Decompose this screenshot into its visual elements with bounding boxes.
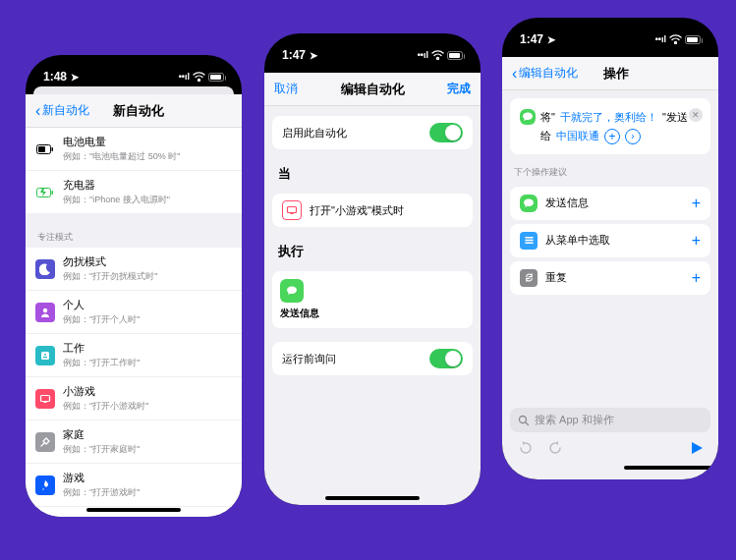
notch	[558, 18, 662, 37]
row-home[interactable]: 家庭 例如："打开家庭时"	[26, 420, 242, 464]
repeat-icon	[520, 269, 538, 287]
row-title: 运行前询问	[282, 352, 429, 366]
nav-done[interactable]: 完成	[447, 81, 471, 97]
row-dnd[interactable]: 勿扰模式 例如："打开勿扰模式时"	[26, 248, 242, 291]
row-sub: 例如："iPhone 接入电源时"	[63, 194, 232, 206]
screen-content: 取消 编辑自动化 完成 启用此自动化 当 打开"小游戏"模式时	[264, 73, 481, 505]
notch	[320, 33, 425, 53]
phone-1: 1:48 ➤ ••ıl ‹ 新自动化 新自动化	[26, 55, 242, 517]
row-sub: 例如："打开工作时"	[63, 357, 232, 369]
nav-title: 编辑自动化	[341, 81, 405, 98]
svg-rect-12	[291, 213, 294, 214]
svg-rect-4	[52, 191, 54, 195]
svg-rect-10	[44, 402, 47, 403]
row-title: 勿扰模式	[63, 254, 232, 269]
row-work[interactable]: 工作 例如："打开工作时"	[26, 334, 242, 377]
remove-action-button[interactable]: ✕	[689, 108, 703, 122]
location-icon: ➤	[310, 50, 317, 61]
row-sub: 例如："打开小游戏时"	[63, 400, 232, 413]
svg-point-13	[520, 416, 527, 422]
notch	[82, 55, 186, 75]
nav-back-label: 编辑自动化	[519, 65, 578, 82]
row-title: 家庭	[63, 427, 232, 442]
row-sub: 例如："打开个人时"	[63, 313, 232, 326]
badge-icon	[35, 346, 55, 365]
phone-3: 1:47 ➤ ••ıl ‹ 编辑自动化 操作 ✕ 将"干就完了，奥利给！"发送	[502, 18, 718, 479]
row-when-condition[interactable]: 打开"小游戏"模式时	[272, 194, 473, 227]
svg-rect-8	[43, 357, 47, 358]
wifi-icon	[431, 50, 444, 60]
home-indicator[interactable]	[325, 496, 420, 500]
menu-icon	[520, 232, 538, 250]
add-suggestion-button[interactable]: +	[692, 269, 701, 287]
svg-point-7	[44, 354, 46, 356]
status-time: 1:47	[282, 48, 306, 62]
display-icon	[35, 389, 55, 409]
wifi-icon	[193, 72, 205, 82]
row-ask-before-run[interactable]: 运行前询问	[272, 342, 473, 375]
tools-icon	[35, 432, 55, 452]
row-charger[interactable]: 充电器 例如："iPhone 接入电源时"	[26, 171, 242, 213]
battery-icon	[208, 73, 224, 82]
location-icon: ➤	[547, 34, 555, 45]
svg-rect-2	[52, 147, 54, 151]
card-message-link[interactable]: 干就完了，奥利给！	[560, 108, 657, 127]
play-button[interactable]	[689, 440, 705, 456]
suggestion-label: 重复	[545, 270, 692, 285]
svg-rect-11	[288, 207, 297, 213]
location-icon: ➤	[71, 72, 79, 83]
row-sub: 例如："打开家庭时"	[63, 443, 232, 456]
row-mini-game[interactable]: 小游戏 例如："打开小游戏时"	[26, 377, 242, 420]
card-recipient-link[interactable]: 中国联通	[556, 129, 599, 143]
add-suggestion-button[interactable]: +	[692, 232, 701, 250]
card-text-mid: "发送	[662, 108, 688, 127]
battery-icon	[447, 51, 463, 60]
row-title: 游戏	[63, 471, 232, 485]
nav-done-label: 完成	[447, 81, 471, 97]
row-title: 小游戏	[63, 384, 232, 399]
row-title: 充电器	[63, 178, 232, 193]
redo-button[interactable]	[549, 440, 565, 456]
row-battery-level[interactable]: 电池电量 例如："电池电量超过 50% 时"	[26, 128, 242, 171]
nav-cancel[interactable]: 取消	[274, 81, 298, 97]
nav-title: 操作	[603, 65, 629, 83]
screen-content: ‹ 新自动化 新自动化 电池电量 例如："电池电量超过 50% 时"	[26, 94, 242, 517]
suggestion-choose-menu[interactable]: 从菜单中选取 +	[510, 224, 710, 257]
nav-back[interactable]: ‹ 新自动化	[35, 102, 89, 119]
row-personal[interactable]: 个人 例如："打开个人时"	[26, 291, 242, 334]
display-icon	[282, 200, 302, 220]
phone-2: 1:47 ➤ ••ıl 取消 编辑自动化 完成 启用此自动化	[264, 33, 481, 505]
search-placeholder: 搜索 App 和操作	[535, 413, 614, 427]
nav-title: 新自动化	[113, 102, 164, 120]
suggestion-send-message[interactable]: 发送信息 +	[510, 187, 710, 220]
row-title: 打开"小游戏"模式时	[310, 203, 463, 218]
svg-point-5	[43, 308, 47, 311]
svg-rect-1	[38, 146, 45, 152]
expand-button[interactable]: ›	[625, 129, 641, 144]
action-summary-card[interactable]: ✕ 将"干就完了，奥利给！"发送 给 中国联通 + ›	[510, 98, 710, 154]
home-indicator[interactable]	[86, 508, 181, 512]
row-enable-automation[interactable]: 启用此自动化	[272, 116, 473, 149]
action-label: 发送信息	[280, 307, 465, 320]
nav-back[interactable]: ‹ 编辑自动化	[512, 65, 578, 82]
row-title: 电池电量	[63, 135, 232, 149]
card-text-line2-prefix: 给	[540, 129, 551, 143]
rocket-icon	[35, 476, 55, 495]
suggestion-repeat[interactable]: 重复 +	[510, 261, 710, 295]
add-recipient-button[interactable]: +	[604, 129, 620, 144]
wifi-icon	[669, 34, 682, 44]
row-title: 工作	[63, 341, 232, 356]
row-game[interactable]: 游戏 例如："打开游戏时"	[26, 464, 242, 507]
nav-bar: ‹ 编辑自动化 操作	[502, 57, 718, 90]
toggle-enable[interactable]	[429, 123, 463, 142]
home-indicator[interactable]	[624, 466, 718, 470]
row-title: 个人	[63, 298, 232, 312]
undo-button[interactable]	[516, 440, 532, 456]
charger-icon	[35, 183, 55, 202]
action-card[interactable]: 发送信息	[272, 271, 473, 328]
toggle-ask[interactable]	[429, 349, 463, 368]
search-input[interactable]: 搜索 App 和操作	[510, 408, 710, 432]
status-time: 1:47	[520, 32, 543, 46]
add-suggestion-button[interactable]: +	[692, 195, 701, 212]
nav-cancel-label: 取消	[274, 81, 298, 97]
